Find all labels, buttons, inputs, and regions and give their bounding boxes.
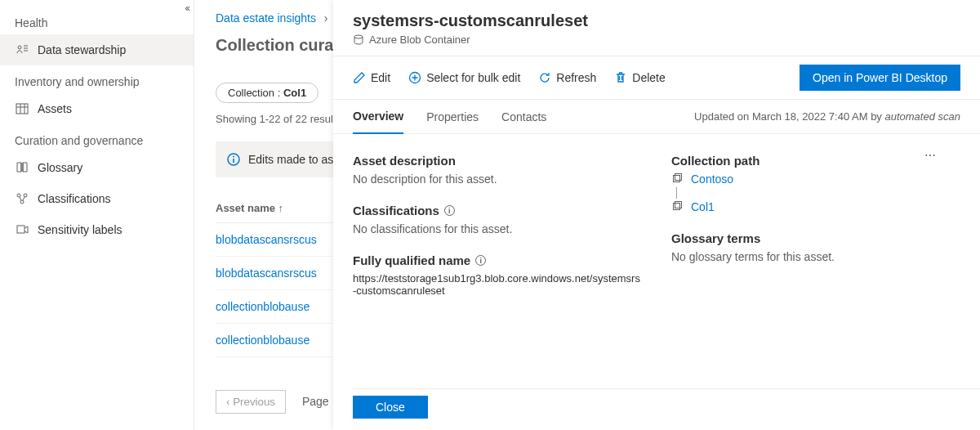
collection-link[interactable]: Contoso [691,172,733,186]
overview-right-col: ⋯ Collection path Contoso Col1 Glossary … [671,149,960,297]
info-hint-icon[interactable]: i [475,255,486,266]
collection-link[interactable]: Col1 [691,200,715,213]
svg-point-3 [24,194,27,197]
svg-point-4 [20,200,24,204]
svg-rect-7 [233,159,234,163]
section-inventory: Inventory and ownership [0,65,194,93]
detail-panel: systemsrs-customscanruleset Azure Blob C… [333,0,980,430]
label: Refresh [556,71,596,84]
sidebar-label: Data stewardship [38,43,126,56]
sidebar-item-sensitivity[interactable]: Sensitivity labels [0,214,194,245]
tab-properties[interactable]: Properties [426,101,479,133]
sidebar-item-classifications[interactable]: Classifications [0,183,194,214]
collection-icon [671,201,683,213]
collection-path-item[interactable]: Col1 [671,200,960,213]
delete-icon [614,71,627,84]
sidebar-label: Glossary [38,161,82,174]
svg-rect-12 [675,174,682,181]
label: Select for bulk edit [426,71,520,84]
section-title-classifications: Classifications i [353,204,642,217]
section-title-glossary: Glossary terms [671,231,960,245]
section-title-description: Asset description [353,154,642,168]
classifications-icon [15,191,29,206]
blob-container-icon [353,34,364,46]
table-header-asset-name[interactable]: Asset name ↑ [216,202,333,223]
info-text: Edits made to as [248,153,333,166]
page-title: Collection curati [216,36,333,55]
pagination: ‹ Previous Page [216,390,333,414]
asset-subtype: Azure Blob Container [369,34,470,46]
info-hint-icon[interactable]: i [444,205,455,216]
delete-button[interactable]: Delete [614,71,665,84]
assets-icon [15,101,29,116]
asset-link[interactable]: collectionblobause [216,334,310,347]
svg-rect-13 [674,204,680,210]
svg-rect-14 [675,202,682,208]
asset-link[interactable]: collectionblobause [216,300,310,313]
svg-point-9 [354,35,363,38]
svg-point-0 [18,46,21,49]
select-bulk-button[interactable]: Select for bulk edit [408,71,520,84]
detail-header: systemsrs-customscanruleset Azure Blob C… [333,0,980,56]
breadcrumb[interactable]: Data estate insights › [216,11,333,25]
overview-left-col: Asset description No description for thi… [353,149,642,297]
pill-value: Col1 [283,87,306,99]
refresh-icon [538,71,551,84]
detail-tabs: Overview Properties Contacts Updated on … [333,100,980,134]
page-label: Page [302,395,329,408]
section-title-fqn: Fully qualified name i [353,253,642,267]
tab-overview[interactable]: Overview [353,100,403,134]
path-connector [676,187,960,199]
svg-rect-1 [16,104,28,114]
label: Edit [371,71,390,84]
classifications-body: No classifications for this asset. [353,222,642,235]
fqn-value: https://teststorage1sub1rg3.blob.core.wi… [353,272,642,297]
description-body: No description for this asset. [353,172,642,186]
sidebar-item-stewardship[interactable]: Data stewardship [0,34,194,65]
sensitivity-icon [15,222,29,237]
edit-icon [353,71,366,84]
results-count: Showing 1-22 of 22 resul [216,113,333,125]
collection-path-item[interactable]: Contoso [671,172,960,186]
asset-link[interactable]: blobdatascansrscus [216,267,317,280]
middle-column: Data estate insights › Collection curati… [194,0,333,430]
sort-asc-icon: ↑ [278,202,284,214]
table-row[interactable]: blobdatascansrscus [216,223,333,257]
sidebar-item-glossary[interactable]: Glossary [0,152,194,183]
label: Delete [632,71,665,84]
left-sidebar: ‹‹ Health Data stewardship Inventory and… [0,0,194,430]
glossary-body: No glossary terms for this asset. [671,250,960,263]
svg-rect-5 [17,226,24,233]
table-row[interactable]: blobdatascansrscus [216,257,333,290]
stewardship-icon [15,43,29,57]
section-title-collection-path: Collection path [671,154,960,168]
table-row[interactable]: collectionblobause [216,290,333,324]
svg-point-2 [17,194,20,197]
tab-contacts[interactable]: Contacts [501,101,546,133]
breadcrumb-root[interactable]: Data estate insights [216,11,316,25]
open-power-bi-button[interactable]: Open in Power BI Desktop [800,65,960,91]
column-label: Asset name [216,202,275,214]
sidebar-label: Assets [38,102,72,115]
updated-timestamp: Updated on March 18, 2022 7:40 AM by aut… [694,101,960,132]
previous-button[interactable]: ‹ Previous [216,390,286,414]
refresh-button[interactable]: Refresh [538,71,596,84]
filter-pill-collection[interactable]: Collection : Col1 [216,83,318,103]
close-button[interactable]: Close [353,396,428,419]
section-curation: Curation and governance [0,124,194,152]
divider [353,388,980,389]
more-menu-icon[interactable]: ⋯ [924,149,938,162]
pill-label: Collection : [228,87,280,99]
svg-rect-11 [674,176,680,182]
collection-icon [671,173,683,185]
plus-circle-icon [408,71,421,84]
table-row[interactable]: collectionblobause [216,324,333,357]
svg-point-8 [233,156,234,158]
info-banner: Edits made to as [216,141,333,177]
info-icon [227,153,240,166]
sidebar-item-assets[interactable]: Assets [0,93,194,124]
section-health: Health [0,7,194,34]
asset-link[interactable]: blobdatascansrscus [216,233,317,246]
collapse-icon[interactable]: ‹‹ [185,2,189,14]
edit-button[interactable]: Edit [353,71,390,84]
